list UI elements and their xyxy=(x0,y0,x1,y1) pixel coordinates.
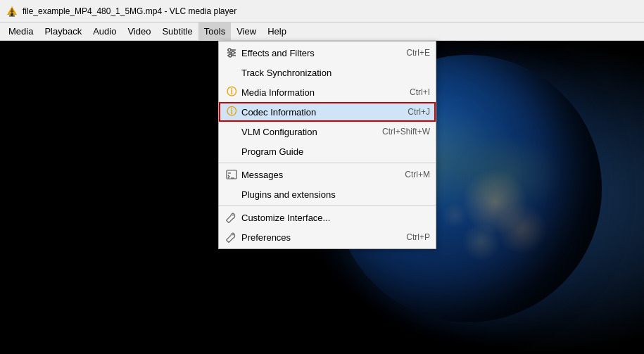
menu-item-subtitle[interactable]: Subtitle xyxy=(156,23,198,40)
menu-program-guide[interactable]: Program Guide xyxy=(219,141,436,161)
effects-filters-shortcut: Ctrl+E xyxy=(406,48,430,58)
menu-item-help[interactable]: Help xyxy=(262,23,292,40)
info-icon-codec: ⓘ xyxy=(225,105,239,119)
svg-rect-1 xyxy=(11,13,13,15)
media-info-shortcut: Ctrl+I xyxy=(410,87,430,97)
svg-point-8 xyxy=(232,51,234,54)
menu-vlm-config[interactable]: VLM Configuration Ctrl+Shift+W xyxy=(219,122,436,141)
no-icon-plugins xyxy=(225,187,239,201)
vlm-config-shortcut: Ctrl+Shift+W xyxy=(382,127,430,137)
menu-item-playback[interactable]: Playback xyxy=(39,23,87,40)
menu-plugins[interactable]: Plugins and extensions xyxy=(219,184,436,204)
codec-info-label: Codec Information xyxy=(241,107,393,118)
title-bar: file_example_MP4_480_1_5MG.mp4 - VLC med… xyxy=(0,0,644,23)
menu-bar: Media Playback Audio Video Subtitle Tool… xyxy=(0,23,644,41)
effects-filters-label: Effects and Filters xyxy=(241,48,392,58)
menu-track-sync[interactable]: Track Synchronization xyxy=(219,63,436,82)
svg-point-15 xyxy=(232,234,234,236)
wrench-icon-customize xyxy=(225,210,239,225)
media-info-label: Media Information xyxy=(241,87,396,98)
menu-effects-filters[interactable]: Effects and Filters Ctrl+E xyxy=(219,43,436,63)
svg-point-6 xyxy=(228,49,231,51)
customize-label: Customize Interface... xyxy=(241,213,416,223)
menu-item-view[interactable]: View xyxy=(231,23,262,40)
tools-dropdown: Effects and Filters Ctrl+E Track Synchro… xyxy=(218,41,436,249)
sliders-icon xyxy=(225,46,239,60)
menu-preferences[interactable]: Preferences Ctrl+P xyxy=(219,227,436,247)
vlc-icon xyxy=(6,5,18,18)
menu-item-video[interactable]: Video xyxy=(122,23,156,40)
track-sync-label: Track Synchronization xyxy=(241,68,416,78)
terminal-icon xyxy=(225,167,239,182)
vlm-config-label: VLM Configuration xyxy=(241,127,368,137)
info-icon-media: ⓘ xyxy=(225,85,239,99)
window-title: file_example_MP4_480_1_5MG.mp4 - VLC med… xyxy=(23,6,236,16)
no-icon-vlm xyxy=(225,125,239,139)
menu-item-audio[interactable]: Audio xyxy=(87,23,122,40)
separator-2 xyxy=(219,206,436,206)
no-icon-track xyxy=(225,65,239,80)
messages-shortcut: Ctrl+M xyxy=(405,170,430,179)
menu-messages[interactable]: Messages Ctrl+M xyxy=(219,165,436,184)
no-icon-program xyxy=(225,144,239,158)
svg-point-14 xyxy=(232,215,234,216)
menu-item-media[interactable]: Media xyxy=(3,23,39,40)
menu-media-info[interactable]: ⓘ Media Information Ctrl+I xyxy=(219,82,436,102)
svg-rect-2 xyxy=(9,15,15,17)
preferences-label: Preferences xyxy=(241,232,392,243)
menu-customize[interactable]: Customize Interface... xyxy=(219,208,436,227)
plugins-label: Plugins and extensions xyxy=(241,189,416,200)
separator-1 xyxy=(219,163,436,163)
tools-menu: Effects and Filters Ctrl+E Track Synchro… xyxy=(218,41,436,249)
menu-codec-info[interactable]: ⓘ Codec Information Ctrl+J xyxy=(219,102,436,122)
wrench-icon-preferences xyxy=(225,230,239,244)
svg-point-10 xyxy=(229,54,232,57)
codec-info-shortcut: Ctrl+J xyxy=(408,107,430,117)
messages-label: Messages xyxy=(241,170,391,180)
menu-item-tools[interactable]: Tools xyxy=(198,23,231,40)
preferences-shortcut: Ctrl+P xyxy=(406,232,430,242)
program-guide-label: Program Guide xyxy=(241,146,416,157)
